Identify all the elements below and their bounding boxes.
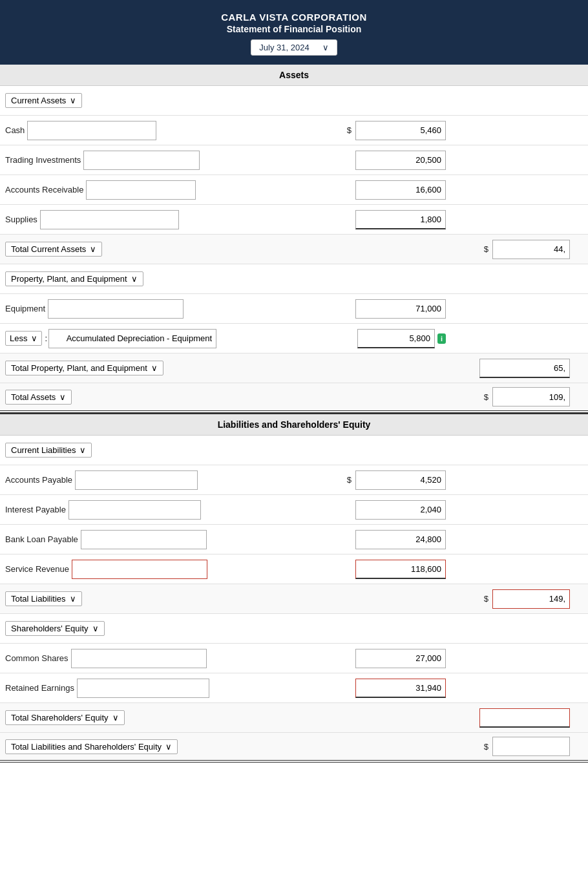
ppe-label-col: Property, Plant, and Equipment ∨ <box>0 271 304 286</box>
total-liab-se-dollar: $ <box>484 742 488 752</box>
total-current-assets-dollar: $ <box>484 244 488 254</box>
report-title: Statement of Financial Position <box>6 24 582 34</box>
equipment-label: Equipment <box>5 304 45 313</box>
total-liabilities-row: Total Liabilities ∨ $ <box>0 584 588 614</box>
accum-dep-row: Less ∨ : i <box>0 324 588 353</box>
equipment-name-input[interactable] <box>48 299 184 319</box>
total-assets-dropdown[interactable]: Total Assets ∨ <box>5 390 72 405</box>
ppe-dropdown[interactable]: Property, Plant, and Equipment ∨ <box>5 271 143 286</box>
accounts-payable-value-input[interactable] <box>355 470 446 490</box>
total-ppe-chevron: ∨ <box>151 363 158 373</box>
cash-label-col: Cash <box>0 121 304 140</box>
cash-name-input[interactable] <box>27 121 156 140</box>
common-shares-name-input[interactable] <box>71 649 207 668</box>
service-revenue-row: Service Revenue <box>0 554 588 584</box>
trading-investments-row: Trading Investments <box>0 145 588 175</box>
current-liabilities-dropdown[interactable]: Current Liabilities ∨ <box>5 443 92 458</box>
accounts-payable-label: Accounts Payable <box>5 475 72 485</box>
retained-earnings-label-col: Retained Earnings <box>0 679 304 698</box>
interest-payable-name-input[interactable] <box>68 500 201 520</box>
total-se-dropdown[interactable]: Total Shareholders' Equity ∨ <box>5 710 125 725</box>
shareholders-equity-row: Shareholders' Equity ∨ <box>0 614 588 644</box>
interest-payable-mid <box>304 500 446 520</box>
accum-dep-name-input[interactable] <box>48 329 216 348</box>
accounts-payable-row: Accounts Payable $ <box>0 465 588 495</box>
total-liab-se-chevron: ∨ <box>165 742 172 752</box>
common-shares-mid <box>304 649 446 668</box>
total-ppe-label-col: Total Property, Plant, and Equipment ∨ <box>0 361 304 375</box>
supplies-name-input[interactable] <box>40 210 179 229</box>
supplies-value-input[interactable] <box>355 210 446 229</box>
total-se-value-input[interactable] <box>479 708 570 728</box>
service-revenue-label: Service Revenue <box>5 564 69 574</box>
page-header: CARLA VISTA CORPORATION Statement of Fin… <box>0 0 588 65</box>
company-name: CARLA VISTA CORPORATION <box>6 12 582 23</box>
supplies-mid <box>304 210 446 229</box>
total-ppe-dropdown[interactable]: Total Property, Plant, and Equipment ∨ <box>5 361 163 375</box>
trading-investments-name-input[interactable] <box>83 151 200 170</box>
interest-payable-row: Interest Payable <box>0 495 588 525</box>
date-label: July 31, 2024 <box>259 43 309 52</box>
equipment-value-input[interactable] <box>355 299 446 319</box>
current-liabilities-chevron: ∨ <box>79 445 86 455</box>
current-liabilities-row: Current Liabilities ∨ <box>0 436 588 465</box>
accounts-payable-name-input[interactable] <box>75 470 198 490</box>
total-liabilities-dropdown[interactable]: Total Liabilities ∨ <box>5 591 82 606</box>
total-se-right <box>446 708 575 728</box>
trading-investments-value-input[interactable] <box>355 151 446 170</box>
accum-dep-label-col: Less ∨ : <box>0 329 304 348</box>
cash-row: Cash $ <box>0 116 588 145</box>
bank-loan-label: Bank Loan Payable <box>5 534 78 544</box>
interest-payable-label-col: Interest Payable <box>0 500 304 520</box>
current-assets-dropdown[interactable]: Current Assets ∨ <box>5 93 82 108</box>
accounts-receivable-value-input[interactable] <box>355 180 446 200</box>
total-liabilities-value-input[interactable] <box>492 589 570 609</box>
accum-dep-value-input[interactable] <box>357 329 435 348</box>
total-ppe-row: Total Property, Plant, and Equipment ∨ <box>0 353 588 383</box>
service-revenue-mid <box>304 560 446 579</box>
retained-earnings-value-input[interactable] <box>355 679 446 698</box>
less-dropdown[interactable]: Less ∨ <box>5 331 42 346</box>
trading-investments-mid <box>304 151 446 170</box>
common-shares-label-col: Common Shares <box>0 649 304 668</box>
equipment-row: Equipment <box>0 294 588 324</box>
total-current-assets-dropdown[interactable]: Total Current Assets ∨ <box>5 242 102 257</box>
date-selector[interactable]: July 31, 2024 ∨ <box>251 39 337 56</box>
total-current-assets-value-input[interactable] <box>492 240 570 259</box>
accounts-receivable-label: Accounts Receivable <box>5 185 83 195</box>
info-badge[interactable]: i <box>437 333 446 344</box>
retained-earnings-mid <box>304 679 446 698</box>
supplies-row: Supplies <box>0 205 588 235</box>
shareholders-equity-dropdown[interactable]: Shareholders' Equity ∨ <box>5 621 105 636</box>
common-shares-row: Common Shares <box>0 644 588 673</box>
total-ppe-value-input[interactable] <box>479 359 570 378</box>
total-liabilities-label-col: Total Liabilities ∨ <box>0 591 304 606</box>
service-revenue-name-input[interactable] <box>72 560 207 579</box>
cash-value-input[interactable] <box>355 121 446 140</box>
accounts-receivable-name-input[interactable] <box>86 180 196 200</box>
total-ppe-right <box>446 359 575 378</box>
retained-earnings-row: Retained Earnings <box>0 673 588 703</box>
service-revenue-value-input[interactable] <box>355 560 446 579</box>
bank-loan-value-input[interactable] <box>355 530 446 549</box>
bank-loan-mid <box>304 530 446 549</box>
date-chevron: ∨ <box>322 43 329 52</box>
common-shares-value-input[interactable] <box>355 649 446 668</box>
interest-payable-value-input[interactable] <box>355 500 446 520</box>
accum-dep-mid: i <box>304 329 446 348</box>
less-chevron: ∨ <box>31 333 37 343</box>
total-liabilities-chevron: ∨ <box>70 594 76 604</box>
total-assets-dollar: $ <box>484 392 488 402</box>
total-liab-se-value-input[interactable] <box>492 737 570 756</box>
bank-loan-name-input[interactable] <box>81 530 207 549</box>
common-shares-label: Common Shares <box>5 653 68 663</box>
total-liab-se-dropdown[interactable]: Total Liabilities and Shareholders' Equi… <box>5 739 178 754</box>
total-assets-value-input[interactable] <box>492 387 570 406</box>
bank-loan-row: Bank Loan Payable <box>0 525 588 554</box>
ppe-row: Property, Plant, and Equipment ∨ <box>0 264 588 294</box>
retained-earnings-name-input[interactable] <box>77 679 209 698</box>
accounts-payable-mid: $ <box>304 470 446 490</box>
ppe-chevron: ∨ <box>131 274 138 284</box>
total-se-row: Total Shareholders' Equity ∨ <box>0 703 588 733</box>
trading-investments-label: Trading Investments <box>5 155 81 165</box>
